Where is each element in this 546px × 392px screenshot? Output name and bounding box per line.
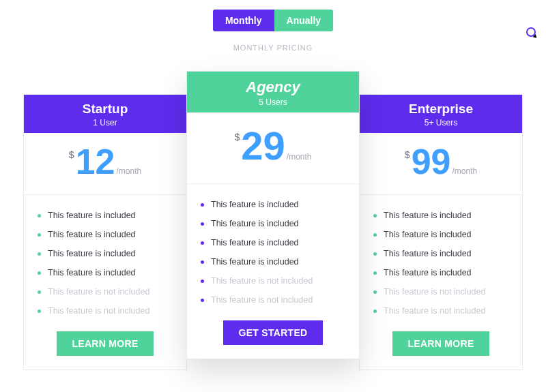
feature-text: This feature is not included — [211, 295, 313, 305]
feature-text: This feature is included — [211, 238, 299, 247]
feature-text: This feature is included — [384, 230, 472, 239]
feature-text: This feature is included — [48, 268, 136, 277]
feature-text: This feature is not included — [211, 276, 313, 286]
pricing-subtitle: MONTHLY PRICING — [0, 44, 546, 52]
price-amount: 12 — [76, 144, 115, 179]
bullet-icon — [201, 299, 204, 302]
plan-users: 5 Users — [187, 97, 359, 107]
bullet-icon — [373, 214, 377, 217]
price-amount: 99 — [412, 144, 451, 179]
feature-text: This feature is not included — [384, 306, 485, 316]
list-item: This feature is not included — [201, 271, 345, 290]
list-item: This feature is not included — [373, 301, 508, 320]
bullet-icon — [38, 310, 41, 313]
toggle-annually[interactable]: Anually — [274, 10, 334, 31]
plan-title: Startup — [24, 102, 186, 117]
price-currency: $ — [235, 132, 240, 142]
toggle-monthly[interactable]: Monthly — [213, 10, 274, 31]
list-item: This feature is included — [201, 252, 345, 271]
feature-text: This feature is included — [211, 219, 299, 228]
bullet-icon — [201, 203, 204, 207]
bullet-icon — [373, 252, 377, 256]
feature-text: This feature is included — [211, 257, 299, 267]
list-item: This feature is included — [373, 225, 508, 244]
bullet-icon — [38, 252, 41, 256]
plan-title: Enterprise — [360, 102, 522, 117]
bullet-icon — [373, 271, 377, 275]
bullet-icon — [373, 233, 377, 237]
cta-wrap: LEARN MORE — [24, 325, 186, 370]
bullet-icon — [38, 290, 41, 294]
feature-text: This feature is included — [211, 200, 299, 209]
feature-text: This feature is included — [384, 268, 472, 277]
feature-list: This feature is included This feature is… — [360, 195, 522, 325]
feature-text: This feature is not included — [384, 287, 485, 297]
plan-title: Agency — [187, 78, 359, 96]
list-item: This feature is included — [38, 263, 173, 282]
list-item: This feature is included — [373, 244, 508, 263]
price-currency: $ — [69, 149, 74, 160]
plan-header: Startup 1 User — [24, 95, 186, 133]
list-item: This feature is included — [38, 206, 173, 225]
bullet-icon — [38, 214, 41, 217]
bullet-icon — [201, 260, 204, 264]
list-item: This feature is included — [38, 244, 173, 263]
bullet-icon — [201, 241, 204, 245]
feature-text: This feature is included — [48, 249, 136, 258]
feature-text: This feature is not included — [48, 306, 149, 316]
bullet-icon — [373, 290, 377, 294]
bullet-icon — [38, 271, 41, 275]
plan-header: Enterprise 5+ Users — [360, 95, 522, 133]
list-item: This feature is not included — [38, 301, 173, 320]
feature-text: This feature is included — [48, 230, 136, 239]
plan-price: $29/month — [187, 112, 359, 184]
feature-text: This feature is not included — [48, 287, 149, 297]
plan-startup: Startup 1 User $12/month This feature is… — [23, 94, 187, 370]
billing-toggle: Monthly Anually — [0, 0, 546, 31]
plan-price: $99/month — [360, 133, 522, 195]
price-period: /month — [452, 166, 477, 176]
feature-text: This feature is included — [384, 211, 472, 220]
plan-users: 1 User — [24, 118, 186, 127]
billing-toggle-group: Monthly Anually — [213, 10, 333, 31]
list-item: This feature is included — [38, 225, 173, 244]
list-item: This feature is included — [201, 214, 345, 233]
learn-more-button[interactable]: LEARN MORE — [392, 331, 489, 356]
bullet-icon — [201, 222, 204, 226]
plan-enterprise: Enterprise 5+ Users $99/month This featu… — [359, 94, 523, 370]
list-item: This feature is included — [373, 206, 508, 225]
plan-users: 5+ Users — [360, 118, 522, 127]
price-period: /month — [116, 166, 141, 176]
feature-text: This feature is included — [48, 211, 136, 220]
feature-text: This feature is included — [384, 249, 472, 258]
feature-list: This feature is included This feature is… — [24, 195, 186, 325]
list-item: This feature is included — [373, 263, 508, 282]
cta-wrap: LEARN MORE — [360, 325, 522, 370]
list-item: This feature is not included — [373, 282, 508, 301]
list-item: This feature is included — [201, 233, 345, 252]
plan-price: $12/month — [24, 133, 186, 195]
price-amount: 29 — [241, 126, 285, 166]
feature-list: This feature is included This feature is… — [187, 184, 359, 314]
plan-agency: Agency 5 Users $29/month This feature is… — [186, 71, 360, 359]
cursor-icon — [526, 27, 536, 37]
list-item: This feature is not included — [201, 290, 345, 310]
pricing-plans: Startup 1 User $12/month This feature is… — [0, 71, 546, 370]
bullet-icon — [201, 280, 204, 283]
list-item: This feature is not included — [38, 282, 173, 301]
price-currency: $ — [405, 149, 410, 160]
get-started-button[interactable]: GET STARTED — [223, 320, 322, 345]
plan-header: Agency 5 Users — [187, 72, 359, 112]
cta-wrap: GET STARTED — [187, 314, 359, 359]
learn-more-button[interactable]: LEARN MORE — [57, 331, 153, 356]
bullet-icon — [373, 310, 377, 313]
bullet-icon — [38, 233, 41, 237]
price-period: /month — [287, 152, 312, 162]
list-item: This feature is included — [201, 195, 345, 214]
